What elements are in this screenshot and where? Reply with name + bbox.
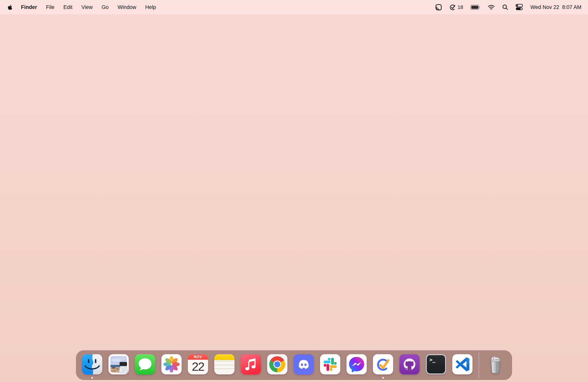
slack-icon xyxy=(320,354,340,374)
dock-item-chrome[interactable] xyxy=(267,354,287,374)
task-count: 18 xyxy=(458,4,463,10)
terminal-icon: >_ xyxy=(426,354,446,374)
desktop xyxy=(0,0,588,382)
running-indicator xyxy=(91,377,93,379)
chrome-icon xyxy=(267,354,287,374)
menu-view[interactable]: View xyxy=(77,4,97,10)
clock-time: 8:07 AM xyxy=(562,4,581,10)
menu-finder[interactable]: Finder xyxy=(17,4,42,10)
discord-icon xyxy=(294,354,314,374)
menubar-clock[interactable]: Wed Nov 22 8:07 AM xyxy=(530,4,581,10)
dock-item-discord[interactable] xyxy=(294,354,314,374)
messages-icon xyxy=(135,354,155,374)
dock-item-finder[interactable] xyxy=(82,354,102,374)
photos-icon xyxy=(161,354,182,374)
battery-status[interactable] xyxy=(470,5,481,10)
dock-item-trash[interactable] xyxy=(485,354,505,374)
music-icon xyxy=(241,354,261,374)
dock-item-terminal[interactable]: >_ xyxy=(426,354,446,374)
dock-item-vscode[interactable] xyxy=(452,354,473,374)
dock: NOV 22 xyxy=(76,350,512,380)
dock-separator xyxy=(479,352,479,378)
folded-note-menu-extra[interactable] xyxy=(435,4,442,11)
battery-icon xyxy=(470,5,481,10)
dock-item-calendar[interactable]: NOV 22 xyxy=(188,354,208,374)
menubar: Finder File Edit View Go Window Help 18 xyxy=(0,0,588,14)
dock-item-slack[interactable] xyxy=(320,354,340,374)
trash-full-icon xyxy=(485,354,505,374)
calendar-day: 22 xyxy=(188,360,208,374)
dock-item-music[interactable] xyxy=(241,354,261,374)
dock-item-messenger[interactable] xyxy=(346,354,367,374)
task-check-menu-extra[interactable]: 18 xyxy=(449,4,463,11)
dock-item-notes[interactable] xyxy=(214,354,234,374)
dock-item-ticktick[interactable] xyxy=(373,354,393,374)
folded-note-icon xyxy=(435,4,442,11)
github-icon xyxy=(399,354,420,374)
messenger-icon xyxy=(346,354,367,374)
apple-logo-icon xyxy=(8,4,12,10)
dock-item-preview[interactable] xyxy=(108,354,129,374)
calendar-month: NOV xyxy=(188,354,208,360)
menu-file[interactable]: File xyxy=(42,4,59,10)
wifi-status[interactable] xyxy=(488,4,495,10)
menu-edit[interactable]: Edit xyxy=(59,4,77,10)
ticktick-icon xyxy=(373,354,393,374)
preview-icon xyxy=(108,354,129,374)
dock-item-messages[interactable] xyxy=(135,354,155,374)
menubar-left: Finder File Edit View Go Window Help xyxy=(7,4,160,10)
terminal-prompt: >_ xyxy=(429,357,435,363)
spotlight[interactable] xyxy=(502,4,508,10)
finder-icon xyxy=(82,354,102,374)
spotlight-search-icon xyxy=(502,4,508,10)
running-indicator xyxy=(382,377,384,379)
apple-menu[interactable] xyxy=(7,4,17,10)
dock-item-photos[interactable] xyxy=(161,354,182,374)
notes-icon xyxy=(214,354,234,374)
clock-date: Wed Nov 22 xyxy=(530,4,559,10)
menu-go[interactable]: Go xyxy=(97,4,113,10)
wifi-icon xyxy=(488,4,495,10)
control-center-icon xyxy=(515,4,523,11)
menu-help[interactable]: Help xyxy=(141,4,161,10)
calendar-icon: NOV 22 xyxy=(188,354,208,374)
task-check-icon xyxy=(449,4,456,11)
menubar-status: 18 xyxy=(435,4,581,11)
dock-item-github-desktop[interactable] xyxy=(399,354,420,374)
control-center[interactable] xyxy=(515,4,523,11)
menu-window[interactable]: Window xyxy=(113,4,141,10)
vscode-icon xyxy=(452,354,473,374)
